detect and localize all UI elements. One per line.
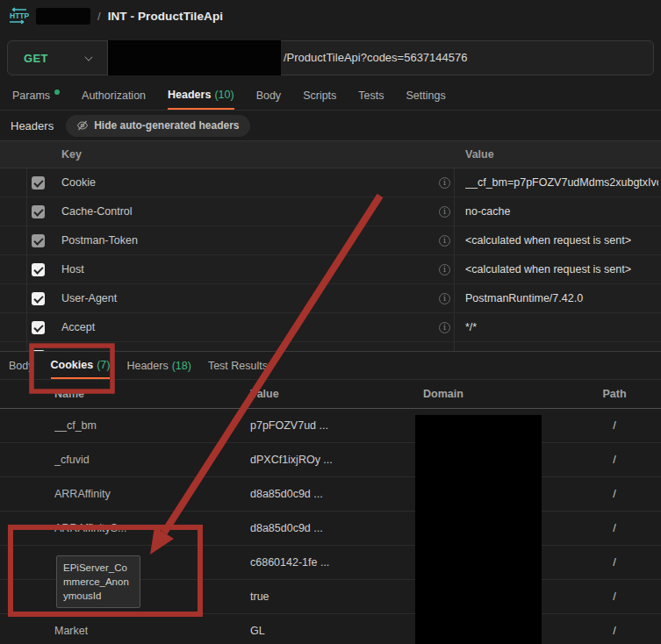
eye-off-icon	[76, 119, 89, 132]
table-row-clipped	[0, 342, 661, 351]
method-dropdown[interactable]: GET	[8, 41, 108, 75]
cookies-table-header: Name Value Domain Path	[0, 380, 661, 409]
checkbox-checked[interactable]	[32, 176, 45, 190]
name-column-header: Name	[54, 380, 84, 409]
hide-autogenerated-label: Hide auto-generated headers	[94, 119, 239, 132]
headers-count: (10)	[214, 89, 234, 101]
table-row[interactable]: Host <calculated when request is sent>	[0, 255, 661, 284]
url-bar[interactable]: GET /ProductTileApi?codes=5637144576	[7, 40, 654, 75]
breadcrumb-separator: /	[97, 10, 101, 23]
tab-scripts[interactable]: Scripts	[303, 81, 336, 110]
http-method-icon: HTTP	[7, 7, 29, 25]
url-path[interactable]: /ProductTileApi?codes=5637144576	[284, 41, 467, 75]
tab-response-body[interactable]: Body	[9, 352, 34, 379]
headers-table: Key Value Cookie __cf_bm=p7pFOZV7udMdms2…	[0, 140, 661, 351]
info-icon[interactable]	[439, 264, 450, 275]
info-icon[interactable]	[439, 177, 450, 189]
tab-test-results[interactable]: Test Results	[208, 352, 268, 379]
checkbox-checked[interactable]	[32, 292, 45, 305]
domain-column-header: Domain	[404, 380, 483, 409]
value-column-header: Value	[250, 380, 279, 409]
params-active-dot-icon	[54, 89, 60, 95]
value-column-header: Value	[465, 148, 494, 161]
response-headers-count: (18)	[172, 360, 191, 372]
headers-section-header: Headers Hide auto-generated headers	[0, 111, 661, 140]
cookie-row: Market GL /	[0, 614, 661, 644]
info-icon[interactable]	[439, 206, 450, 218]
redacted-collection-name	[36, 8, 90, 25]
tab-params[interactable]: Params	[12, 81, 60, 110]
tab-response-headers[interactable]: Headers (18)	[126, 352, 190, 379]
checkbox-checked[interactable]	[32, 205, 45, 218]
hide-autogenerated-toggle[interactable]: Hide auto-generated headers	[66, 115, 249, 137]
info-icon[interactable]	[439, 293, 450, 304]
table-row[interactable]: User-Agent PostmanRuntime/7.42.0	[0, 284, 661, 313]
info-icon[interactable]	[439, 322, 450, 333]
tab-settings[interactable]: Settings	[406, 81, 446, 110]
headers-section-title: Headers	[11, 119, 54, 132]
checkbox-checked[interactable]	[32, 321, 45, 334]
tab-authorization[interactable]: Authorization	[82, 81, 146, 110]
postman-window: HTTP / INT - ProductTileApi GET /Product…	[0, 0, 661, 644]
tab-tests[interactable]: Tests	[358, 81, 384, 110]
breadcrumb: HTTP / INT - ProductTileApi	[0, 0, 661, 32]
tab-body[interactable]: Body	[256, 81, 282, 110]
info-icon[interactable]	[439, 235, 450, 247]
request-title: INT - ProductTileApi	[108, 10, 224, 23]
method-label: GET	[24, 52, 48, 65]
tab-headers[interactable]: Headers (10)	[168, 81, 234, 110]
table-row[interactable]: Cookie __cf_bm=p7pFOZV7udMdms2xubgtxIvc	[0, 168, 661, 197]
cookie-row: ARRAffinityS... d8a85d0c9d ... /	[0, 512, 661, 546]
cookies-table: __cf_bm p7pFOZV7ud ... / _cfuvid dPXCf1i…	[0, 409, 661, 644]
tab-response-cookies[interactable]: Cookies (7)	[51, 352, 111, 379]
redacted-host	[108, 40, 281, 75]
redacted-domain-column	[415, 415, 542, 644]
cookie-name-tooltip: EPiServer_Commerce_AnonymousId	[56, 555, 140, 608]
response-tabs: Body Cookies (7) Headers (18) Test Resul…	[0, 351, 661, 380]
cookies-count: (7)	[97, 359, 110, 371]
cookie-row: ARRAffinity d8a85d0c9d ... /	[0, 477, 661, 512]
path-column-header: Path	[579, 380, 650, 409]
svg-text:HTTP: HTTP	[10, 11, 29, 20]
headers-table-header: Key Value	[0, 140, 661, 168]
cookie-row: _cfuvid dPXCf1ixjROy ... /	[0, 443, 661, 477]
table-row[interactable]: Accept */*	[0, 313, 661, 342]
key-column-header: Key	[61, 148, 82, 161]
cookie-row: __cf_bm p7pFOZV7ud ... /	[0, 409, 661, 443]
table-row[interactable]: Postman-Token <calculated when request i…	[0, 226, 661, 255]
request-tabs: Params Authorization Headers (10) Body S…	[0, 81, 661, 111]
chevron-down-icon	[84, 53, 92, 61]
checkbox-checked[interactable]	[32, 234, 45, 247]
table-row[interactable]: Cache-Control no-cache	[0, 197, 661, 226]
checkbox-checked[interactable]	[32, 263, 45, 276]
